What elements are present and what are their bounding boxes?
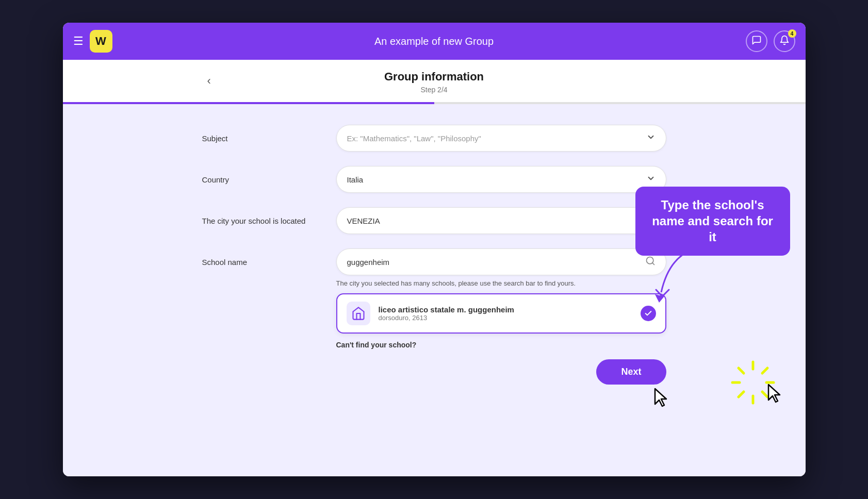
school-info: liceo artistico statale m. guggenheim do…: [379, 305, 632, 322]
step-header: ‹ Group information Step 2/4: [63, 60, 806, 104]
country-row: Country Italia: [202, 166, 666, 193]
step-subtitle: Step 2/4: [420, 86, 447, 94]
notifications-button[interactable]: 4: [774, 30, 795, 52]
city-label: The city your school is located: [202, 217, 336, 225]
city-value: VENEZIA: [347, 217, 380, 225]
school-name-section: School name guggenheim The city you sele…: [202, 248, 666, 385]
country-value: Italia: [347, 175, 364, 184]
chat-button[interactable]: [746, 30, 767, 52]
country-label: Country: [202, 175, 336, 184]
subject-dropdown[interactable]: Ex: "Mathematics", "Law", "Philosophy": [336, 125, 666, 152]
chat-icon: [751, 35, 762, 48]
subject-row: Subject Ex: "Mathematics", "Law", "Philo…: [202, 125, 666, 152]
svg-line-9: [762, 368, 767, 373]
svg-line-10: [739, 392, 744, 397]
next-button[interactable]: Next: [596, 359, 666, 385]
notification-badge: 4: [788, 29, 796, 38]
step-title: Group information: [384, 70, 484, 84]
country-dropdown[interactable]: Italia: [336, 166, 666, 193]
top-nav: ☰ W An example of new Group 4: [63, 23, 806, 60]
cursor-starburst-icon: [766, 382, 785, 405]
subject-value: Ex: "Mathematics", "Law", "Philosophy": [347, 134, 481, 143]
nav-icons: 4: [746, 30, 795, 52]
school-name-input-wrapper[interactable]: guggenheim: [336, 248, 666, 275]
hamburger-icon[interactable]: ☰: [73, 35, 84, 48]
svg-line-7: [739, 368, 744, 373]
school-building-icon: [347, 302, 370, 325]
school-result-item[interactable]: liceo artistico statale m. guggenheim do…: [336, 293, 666, 334]
tooltip-arrow-svg: [641, 236, 723, 318]
school-result-address: dorsoduro, 2613: [379, 314, 632, 322]
form-area: Subject Ex: "Mathematics", "Law", "Philo…: [63, 104, 806, 476]
subject-label: Subject: [202, 134, 336, 143]
school-name-row: School name guggenheim: [202, 248, 666, 275]
cursor-next-icon: [653, 387, 672, 409]
back-button[interactable]: ‹: [207, 74, 211, 88]
page-title: An example of new Group: [374, 36, 494, 47]
form-inner: Subject Ex: "Mathematics", "Law", "Philo…: [202, 125, 666, 385]
cant-find-link[interactable]: Can't find your school?: [336, 341, 666, 349]
app-logo[interactable]: W: [90, 30, 112, 53]
school-result-name: liceo artistico statale m. guggenheim: [379, 305, 632, 314]
city-input[interactable]: VENEZIA: [336, 207, 666, 234]
bell-icon: [779, 35, 790, 48]
content-area: ‹ Group information Step 2/4 Subject Ex:…: [63, 60, 806, 476]
school-name-value: guggenheim: [347, 258, 390, 267]
subject-chevron-icon: [646, 132, 656, 144]
next-button-row: Next: [202, 359, 666, 385]
country-chevron-icon: [646, 174, 656, 185]
city-row: The city your school is located VENEZIA: [202, 207, 666, 234]
app-window: ☰ W An example of new Group 4: [63, 23, 806, 476]
school-name-label: School name: [202, 258, 336, 267]
search-hint: The city you selected has many schools, …: [336, 279, 666, 287]
